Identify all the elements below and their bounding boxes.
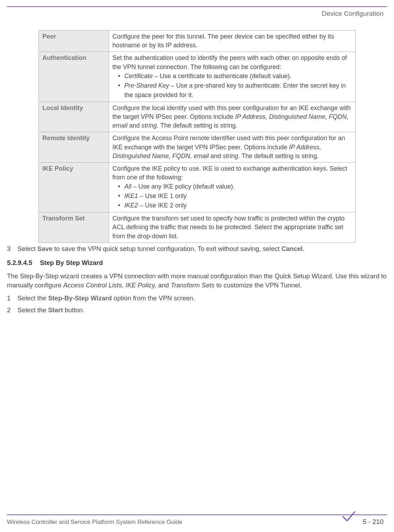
step-3: 3 Select Save to save the VPN quick setu… (7, 244, 387, 253)
step-text: Select Save to save the VPN quick setup … (18, 244, 304, 253)
footer-left-text: Wireless Controller and Service Platform… (7, 519, 182, 526)
footer-rule (7, 514, 387, 515)
intro-paragraph: The Step-By-Step wizard creates a VPN co… (7, 272, 387, 290)
table-row: Local Identity Configure the local ident… (39, 102, 355, 132)
row-remote-label: Remote Identity (39, 132, 109, 163)
bullet-term: IKE1 (124, 192, 138, 199)
step-number: 3 (7, 244, 18, 253)
row-auth-desc: Set the authentication used to identify … (109, 52, 355, 102)
row-remote-desc: Configure the Access Point remote identi… (109, 132, 355, 163)
bullet-term: Certificate (124, 73, 153, 80)
row-transform-desc: Configure the transform set used to spec… (109, 212, 355, 243)
row-peer-desc: Configure the peer for this tunnel. The … (109, 30, 355, 52)
row-auth-label: Authentication (39, 52, 109, 102)
table-row: Peer Configure the peer for this tunnel.… (39, 30, 355, 52)
bullet-item: IKE2 – Use IKE 2 only (118, 201, 352, 210)
bullet-term: IKE2 (124, 202, 138, 209)
row-local-desc: Configure the local identity used with t… (109, 102, 355, 132)
auth-bullets: Certificate – Use a certificate to authe… (112, 71, 352, 100)
section-number: 5.2.9.4.5 (7, 259, 32, 267)
auth-desc-text: Set the authentication used to identify … (112, 54, 347, 70)
step-text: Select the Step-By-Step Wizard option fr… (18, 294, 195, 303)
bullet-rest: – Use IKE 2 only (138, 202, 187, 209)
ike-bullets: All – Use any IKE policy (default value)… (112, 182, 352, 210)
table-row: Authentication Set the authentication us… (39, 52, 355, 102)
step-number: 1 (7, 294, 18, 303)
config-table: Peer Configure the peer for this tunnel.… (39, 30, 355, 243)
step-2: 2 Select the Start button. (7, 306, 387, 315)
ike-desc-text: Configure the IKE policy to use. IKE is … (112, 165, 347, 181)
main-content: Peer Configure the peer for this tunnel.… (7, 30, 387, 318)
bullet-rest: – Use IKE 1 only (138, 192, 187, 199)
bullet-term: Pre-Shared Key (124, 82, 169, 89)
bullet-item: All – Use any IKE policy (default value)… (118, 182, 352, 191)
bullet-term: All (124, 183, 131, 190)
bullet-rest: – Use any IKE policy (default value). (131, 183, 235, 190)
section-heading: 5.2.9.4.5Step By Step Wizard (7, 259, 387, 267)
row-ike-label: IKE Policy (39, 162, 109, 212)
table-row: Remote Identity Configure the Access Poi… (39, 132, 355, 163)
bullet-item: IKE1 – Use IKE 1 only (118, 191, 352, 201)
step-1: 1 Select the Step-By-Step Wizard option … (7, 294, 387, 303)
row-peer-label: Peer (39, 30, 109, 52)
page-number: 5 - 210 (363, 518, 383, 526)
table-row: Transform Set Configure the transform se… (39, 212, 355, 243)
bullet-item: Certificate – Use a certificate to authe… (118, 71, 352, 81)
step-text: Select the Start button. (18, 306, 84, 315)
header-title: Device Configuration (322, 10, 383, 18)
row-transform-label: Transform Set (39, 212, 109, 243)
table-row: IKE Policy Configure the IKE policy to u… (39, 162, 355, 212)
bullet-item: Pre-Shared Key – Use a pre-shared key to… (118, 81, 352, 100)
bullet-rest: – Use a certificate to authenticate (def… (153, 73, 291, 80)
step-number: 2 (7, 306, 18, 315)
checkmark-icon (341, 510, 356, 524)
row-ike-desc: Configure the IKE policy to use. IKE is … (109, 162, 355, 212)
section-title: Step By Step Wizard (40, 259, 103, 266)
header-rule (7, 6, 387, 7)
row-local-label: Local Identity (39, 102, 109, 132)
